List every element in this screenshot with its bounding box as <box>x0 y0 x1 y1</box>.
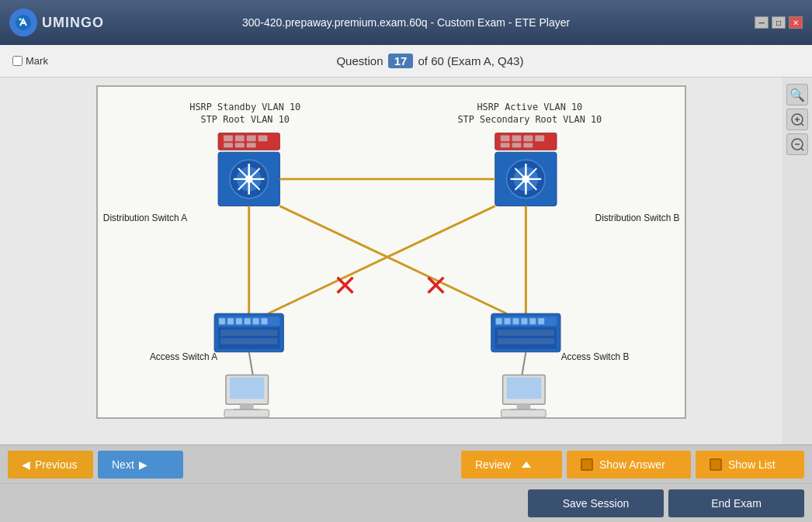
minimize-button[interactable]: ─ <box>755 16 769 29</box>
save-session-button[interactable]: Save Session <box>528 489 664 517</box>
svg-rect-9 <box>235 143 245 147</box>
diagram-container: HSRP Standby VLAN 10 STP Root VLAN 10 HS… <box>0 78 783 444</box>
svg-rect-4 <box>224 135 233 141</box>
next-arrow: ▶ <box>139 458 147 471</box>
maximize-button[interactable]: □ <box>772 16 786 29</box>
label-access-b: Access Switch B <box>561 351 630 362</box>
svg-rect-10 <box>247 143 256 147</box>
review-label: Review <box>475 458 511 471</box>
previous-button[interactable]: ◀ Previous <box>8 451 93 479</box>
next-label: Next <box>112 458 134 471</box>
label-stp-root: STP Root VLAN 10 <box>201 114 290 125</box>
svg-rect-47 <box>227 318 234 324</box>
label-hsrp-standby: HSRP Standby VLAN 10 <box>189 102 300 112</box>
svg-rect-24 <box>501 143 510 147</box>
svg-rect-6 <box>247 135 256 141</box>
show-answer-checkbox <box>581 458 593 471</box>
svg-rect-23 <box>535 135 544 141</box>
svg-line-84 <box>801 148 803 150</box>
svg-rect-8 <box>224 143 233 147</box>
show-list-label: Show List <box>728 458 776 471</box>
mark-container[interactable]: Mark <box>12 55 48 67</box>
review-button[interactable]: Review <box>461 451 562 479</box>
header-bar: Mark Question 17 of 60 (Exam A, Q43) <box>0 45 812 78</box>
svg-rect-25 <box>512 143 522 147</box>
svg-rect-61 <box>529 318 536 324</box>
next-button[interactable]: Next ▶ <box>98 451 183 479</box>
logo-text: UMINGO <box>42 15 104 31</box>
logo-icon <box>9 9 37 36</box>
show-list-checkbox <box>710 458 722 471</box>
show-list-button[interactable]: Show List <box>696 451 804 479</box>
svg-rect-49 <box>245 318 251 324</box>
svg-rect-54 <box>220 338 277 344</box>
svg-rect-65 <box>498 338 554 344</box>
window-controls[interactable]: ─ □ ✕ <box>755 16 803 29</box>
label-access-a: Access Switch A <box>150 351 217 362</box>
svg-rect-72 <box>224 410 269 417</box>
mark-label: Mark <box>26 55 48 67</box>
svg-rect-62 <box>538 318 544 324</box>
svg-rect-60 <box>521 318 527 324</box>
label-dist-b: Distribution Switch B <box>595 213 680 223</box>
svg-rect-22 <box>523 135 533 141</box>
main-area: HSRP Standby VLAN 10 STP Root VLAN 10 HS… <box>0 78 812 444</box>
svg-rect-50 <box>253 318 259 324</box>
search-icon[interactable]: 🔍 <box>786 84 808 105</box>
question-info: Question 17 of 60 (Exam A, Q43) <box>61 54 800 68</box>
logo: UMINGO <box>9 9 104 36</box>
svg-rect-51 <box>262 318 268 324</box>
svg-rect-70 <box>240 404 254 409</box>
prev-arrow: ◀ <box>22 458 30 471</box>
zoom-out-button[interactable] <box>786 133 808 155</box>
svg-rect-21 <box>512 135 522 141</box>
svg-rect-26 <box>523 143 533 147</box>
svg-rect-2 <box>99 87 684 417</box>
svg-point-34 <box>522 175 529 183</box>
question-label: Question <box>336 54 383 67</box>
label-dist-a: Distribution Switch A <box>103 213 187 223</box>
previous-label: Previous <box>35 458 77 471</box>
chevron-up-icon <box>522 462 531 468</box>
svg-rect-20 <box>501 135 510 141</box>
svg-point-18 <box>245 175 253 183</box>
action-bar: Save Session End Exam <box>0 483 812 522</box>
close-button[interactable]: ✕ <box>789 16 803 29</box>
svg-rect-74 <box>507 377 542 399</box>
zoom-in-button[interactable] <box>786 109 808 130</box>
svg-rect-53 <box>220 330 277 336</box>
svg-rect-77 <box>501 410 546 417</box>
question-total: of 60 (Exam A, Q43) <box>418 54 524 67</box>
diagram-svg: HSRP Standby VLAN 10 STP Root VLAN 10 HS… <box>98 87 685 417</box>
title-bar: UMINGO 300-420.prepaway.premium.exam.60q… <box>0 0 812 45</box>
show-answer-button[interactable]: Show Answer <box>567 451 691 479</box>
window-title: 300-420.prepaway.premium.exam.60q - Cust… <box>242 16 570 29</box>
svg-rect-58 <box>505 318 511 324</box>
svg-rect-75 <box>516 404 530 409</box>
question-number-badge: 17 <box>388 54 414 68</box>
label-stp-secondary: STP Secondary Root VLAN 10 <box>457 114 602 125</box>
svg-line-81 <box>801 123 803 126</box>
end-exam-button[interactable]: End Exam <box>668 489 804 517</box>
svg-rect-48 <box>236 318 242 324</box>
network-diagram: HSRP Standby VLAN 10 STP Root VLAN 10 HS… <box>96 85 686 419</box>
svg-rect-7 <box>259 135 268 141</box>
svg-rect-59 <box>513 318 519 324</box>
mark-checkbox[interactable] <box>12 56 23 66</box>
svg-rect-46 <box>219 318 225 324</box>
svg-rect-57 <box>496 318 502 324</box>
svg-rect-64 <box>498 330 554 336</box>
zoom-controls: 🔍 <box>783 78 812 444</box>
nav-bar: ◀ Previous Next ▶ Review Show Answer Sho… <box>0 444 812 483</box>
svg-rect-69 <box>230 377 265 399</box>
label-hsrp-active: HSRP Active VLAN 10 <box>477 102 582 112</box>
svg-rect-5 <box>235 135 245 141</box>
show-answer-label: Show Answer <box>599 458 665 471</box>
